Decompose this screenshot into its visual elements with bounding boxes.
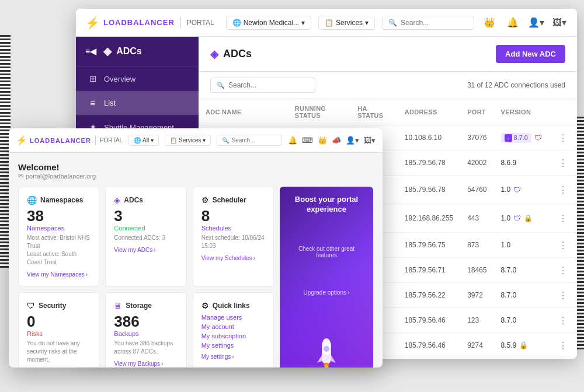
table-search-input[interactable] <box>228 81 309 89</box>
adc-header-icon: ◈ <box>103 45 112 58</box>
col-actions <box>549 99 577 125</box>
storage-link[interactable]: View my Backups › <box>114 360 178 367</box>
cell-actions: ⋮ <box>549 150 577 176</box>
table-header-row: ADC Name Running Status HA Status Addres… <box>199 99 577 125</box>
cell-actions: ⋮ <box>549 258 577 283</box>
user-icon-btn[interactable]: 👤▾ <box>528 15 544 31</box>
services-dropdown[interactable]: 📋 Services ▾ <box>318 16 375 30</box>
promo-desc: Check out other great features <box>288 246 365 258</box>
quick-links-more[interactable]: My settings › <box>201 354 265 360</box>
main-search-bar[interactable]: 🔍 <box>382 16 474 30</box>
row-menu-dots[interactable]: ⋮ <box>556 316 570 326</box>
hamburger-icon[interactable]: ≡◀ <box>85 47 96 56</box>
cell-version: 1.0 🛡 <box>494 176 549 204</box>
security-title: Security <box>39 302 66 310</box>
overlay-megaphone-icon[interactable]: 📣 <box>332 136 341 145</box>
overlay-globe-icon: 🌐 <box>134 137 141 144</box>
portal-label: PORTAL <box>187 19 214 27</box>
namespaces-link-arrow: › <box>86 271 88 278</box>
col-adc-name: ADC Name <box>199 99 288 125</box>
lock-icon: 🔒 <box>519 341 528 349</box>
row-menu-dots[interactable]: ⋮ <box>556 214 570 223</box>
overlay-location-label: All <box>142 137 149 144</box>
sidebar-title: ADCs <box>116 46 142 57</box>
quick-link-my-account[interactable]: My account <box>201 323 265 330</box>
adcs-label: Connected <box>114 225 178 232</box>
scheduler-card-header: ⚙ Scheduler <box>201 195 265 205</box>
overlay-search-bar[interactable]: 🔍 <box>217 135 282 146</box>
adcs-link[interactable]: View my ADCs › <box>114 247 178 253</box>
security-desc: You do not have any security risks at th… <box>27 340 91 364</box>
main-search-input[interactable] <box>401 19 468 27</box>
security-number: 0 <box>27 314 91 329</box>
overlay-crown-icon[interactable]: 👑 <box>318 136 327 145</box>
location-label: Newton Medical... <box>244 19 299 27</box>
overlay-avatar-icon[interactable]: 🖼▾ <box>364 136 376 145</box>
quick-link-my-subscription[interactable]: My subscription <box>201 332 265 340</box>
storage-label: Backups <box>114 330 178 337</box>
chevron-down-icon: ▾ <box>365 19 369 27</box>
scheduler-link[interactable]: View my Schedules › <box>201 255 265 261</box>
namespaces-icon: 🌐 <box>27 195 37 205</box>
cell-address: 185.79.56.78 <box>398 176 460 204</box>
cell-port: 9274 <box>460 358 493 359</box>
adcs-card-icon: ◈ <box>114 195 120 205</box>
overlay-bell-icon[interactable]: 🔔 <box>288 136 297 145</box>
overlay-portal-label: PORTAL <box>100 137 123 144</box>
overlay-nav-icons: 🔔 ⌨ 👑 📣 👤▾ 🖼▾ <box>288 136 376 145</box>
table-search-wrap[interactable]: 🔍 <box>210 78 315 93</box>
quick-links-list: Manage users My account My subscription … <box>201 314 265 349</box>
row-menu-dots[interactable]: ⋮ <box>556 158 570 168</box>
scheduler-link-arrow: › <box>253 255 255 261</box>
email-text: portal@loadbalancer.org <box>26 173 96 180</box>
security-icon: 🛡 <box>27 301 35 310</box>
row-menu-dots[interactable]: ⋮ <box>556 290 570 300</box>
storage-card: 🖥 Storage 386 Backups You have 386 backu… <box>105 292 186 368</box>
quick-link-manage-users[interactable]: Manage users <box>201 314 265 321</box>
bell-icon-btn[interactable]: 🔔 <box>505 15 521 31</box>
quick-links-header: ⚙ Quick links <box>201 301 265 310</box>
overlay-search-input[interactable] <box>231 137 277 144</box>
cell-address: 10.108.6.10 <box>398 125 460 150</box>
cell-address: 185.79.56.46 <box>398 358 460 359</box>
sidebar-item-overview[interactable]: ⊞ Overview <box>76 66 199 91</box>
overlay-terminal-icon[interactable]: ⌨ <box>302 136 313 145</box>
security-card: 🛡 Security 0 Risks You do not have any s… <box>18 292 99 368</box>
cell-actions: ⋮ <box>549 333 577 358</box>
location-dropdown[interactable]: 🌐 Newton Medical... ▾ <box>226 16 311 30</box>
row-menu-dots[interactable]: ⋮ <box>556 240 570 250</box>
sidebar-item-list[interactable]: ≡ List <box>76 91 199 115</box>
row-menu-dots[interactable]: ⋮ <box>556 341 570 351</box>
add-new-adc-button[interactable]: Add New ADC <box>496 45 565 63</box>
promo-link[interactable]: Upgrade options › <box>304 289 350 296</box>
storage-number: 386 <box>114 314 178 329</box>
storage-link-arrow: › <box>161 360 163 367</box>
overlay-location-btn[interactable]: 🌐 All ▾ <box>128 135 159 146</box>
services-icon: 📋 <box>325 19 333 27</box>
lock-icon: 🔒 <box>524 214 533 222</box>
cell-address: 185.79.56.75 <box>398 233 460 258</box>
globe-icon: 🌐 <box>232 19 241 27</box>
shield-icon: 🛡 <box>534 134 542 142</box>
adcs-dash-card: ◈ ADCs 3 Connected Connected ADCs: 3 Vie… <box>105 187 186 286</box>
svg-point-3 <box>324 346 329 352</box>
row-menu-dots[interactable]: ⋮ <box>556 185 570 195</box>
overlay-window: ⚡ LOADBALANCER PORTAL 🌐 All ▾ 📋 Services… <box>9 128 383 368</box>
row-menu-dots[interactable]: ⋮ <box>556 133 570 143</box>
row-menu-dots[interactable]: ⋮ <box>556 265 570 275</box>
scheduler-title: Scheduler <box>213 196 246 204</box>
crown-icon-btn[interactable]: 👑 <box>481 15 498 31</box>
overlay-services-icon: 📋 <box>170 137 177 144</box>
cell-port: 54760 <box>460 176 493 204</box>
overlay-content: Welcome! ✉ portal@loadbalancer.org 🌐 Nam… <box>9 153 383 368</box>
overlay-services-btn[interactable]: 📋 Services ▾ <box>165 135 211 146</box>
quick-link-my-settings[interactable]: My settings <box>201 342 265 349</box>
cell-actions: ⋮ <box>549 358 577 359</box>
cell-version: 8.7.0 <box>494 258 549 283</box>
overlay-user-icon[interactable]: 👤▾ <box>346 136 359 145</box>
namespaces-link[interactable]: View my Namespaces › <box>27 271 91 278</box>
avatar-icon-btn[interactable]: 🖼▾ <box>551 15 568 31</box>
quick-links-card: ⚙ Quick links Manage users My account My… <box>193 292 274 368</box>
overlay-chevron-icon: ▾ <box>151 137 154 144</box>
cell-version: 8.7.0 <box>494 358 549 359</box>
